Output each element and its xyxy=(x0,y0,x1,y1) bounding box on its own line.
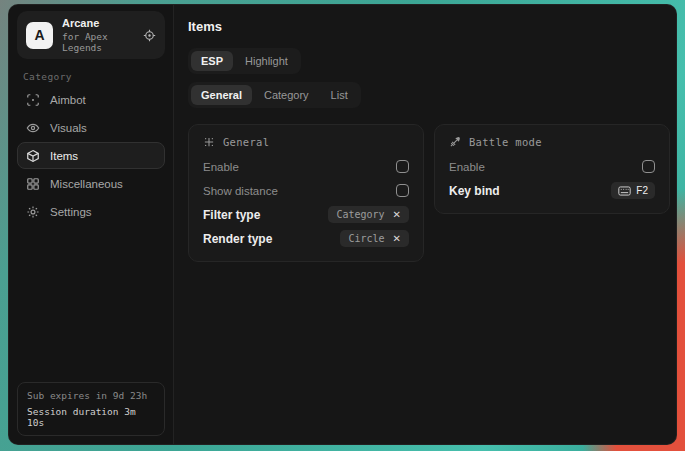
app-name: Arcane xyxy=(62,17,134,30)
tab-list[interactable]: List xyxy=(321,85,358,105)
keybind-value: F2 xyxy=(636,185,648,196)
keybind-button[interactable]: F2 xyxy=(611,182,655,199)
panel-battle-mode-header: Battle mode xyxy=(449,136,655,148)
grid-icon xyxy=(26,177,40,191)
selected-value: Category xyxy=(336,209,384,220)
sidebar-item-items[interactable]: Items xyxy=(17,142,165,169)
sub-tabs: General Category List xyxy=(188,82,361,108)
app-logo: A xyxy=(26,22,53,49)
general-grid-icon xyxy=(203,136,215,148)
filter-type-select[interactable]: Category ✕ xyxy=(328,206,409,223)
clear-icon[interactable]: ✕ xyxy=(393,234,401,244)
clear-icon[interactable]: ✕ xyxy=(393,210,401,220)
setting-row-key-bind: Key bind F2 xyxy=(449,179,655,202)
sword-icon xyxy=(449,136,461,148)
sidebar-item-settings[interactable]: Settings xyxy=(17,198,165,225)
main-content: Items ESP Highlight General Category Lis… xyxy=(174,5,677,444)
panel-general: General Enable Show distance Filter type… xyxy=(188,124,424,262)
setting-label: Show distance xyxy=(203,185,278,197)
panel-general-header: General xyxy=(203,136,409,148)
tab-esp[interactable]: ESP xyxy=(191,51,233,71)
brand-text: Arcane for Apex Legends xyxy=(62,17,134,53)
app-window: A Arcane for Apex Legends Category xyxy=(8,4,677,445)
sidebar-item-miscellaneous[interactable]: Miscellaneous xyxy=(17,170,165,197)
sidebar-item-label: Aimbot xyxy=(50,94,86,106)
sidebar-item-label: Settings xyxy=(50,206,92,218)
panel-battle-mode: Battle mode Enable Key bind xyxy=(434,124,670,214)
panels-row: General Enable Show distance Filter type… xyxy=(188,124,670,262)
setting-row-filter-type: Filter type Category ✕ xyxy=(203,203,409,226)
sidebar-item-label: Miscellaneous xyxy=(50,178,123,190)
enable-checkbox[interactable] xyxy=(396,160,409,173)
setting-row-enable: Enable xyxy=(449,155,655,178)
setting-label: Enable xyxy=(449,161,485,173)
gear-icon xyxy=(26,205,40,219)
page-title: Items xyxy=(188,19,670,34)
tab-category[interactable]: Category xyxy=(254,85,319,105)
target-icon xyxy=(143,29,156,42)
tab-highlight[interactable]: Highlight xyxy=(235,51,298,71)
keyboard-icon xyxy=(618,186,631,196)
sidebar-spacer xyxy=(17,225,165,382)
panel-title: Battle mode xyxy=(469,136,542,148)
session-duration-text: Session duration 3m 10s xyxy=(27,406,155,428)
setting-row-render-type: Render type Circle ✕ xyxy=(203,227,409,250)
subscription-info-card: Sub expires in 9d 23h Session duration 3… xyxy=(17,382,165,436)
sidebar-item-aimbot[interactable]: Aimbot xyxy=(17,86,165,113)
setting-label: Render type xyxy=(203,232,272,246)
show-distance-checkbox[interactable] xyxy=(396,184,409,197)
panel-title: General xyxy=(223,136,269,148)
sidebar-item-label: Visuals xyxy=(50,122,87,134)
setting-row-enable: Enable xyxy=(203,155,409,178)
sidebar: A Arcane for Apex Legends Category xyxy=(9,5,174,444)
sub-expiry-text: Sub expires in 9d 23h xyxy=(27,390,155,401)
setting-label: Enable xyxy=(203,161,239,173)
selected-value: Circle xyxy=(348,233,384,244)
setting-row-show-distance: Show distance xyxy=(203,179,409,202)
sidebar-nav: Aimbot Visuals Items xyxy=(17,86,165,225)
app-subtitle: for Apex Legends xyxy=(62,32,134,54)
eye-icon xyxy=(26,121,40,135)
sidebar-item-label: Items xyxy=(50,150,78,162)
battle-enable-checkbox[interactable] xyxy=(642,160,655,173)
render-type-select[interactable]: Circle ✕ xyxy=(340,230,409,247)
sidebar-section-label: Category xyxy=(23,71,165,82)
tab-general[interactable]: General xyxy=(191,85,252,105)
cube-icon xyxy=(26,149,40,163)
sidebar-item-visuals[interactable]: Visuals xyxy=(17,114,165,141)
setting-label: Filter type xyxy=(203,208,260,222)
setting-label: Key bind xyxy=(449,184,500,198)
crosshair-scan-icon xyxy=(26,93,40,107)
mode-tabs: ESP Highlight xyxy=(188,48,301,74)
brand-card: A Arcane for Apex Legends xyxy=(17,11,165,59)
